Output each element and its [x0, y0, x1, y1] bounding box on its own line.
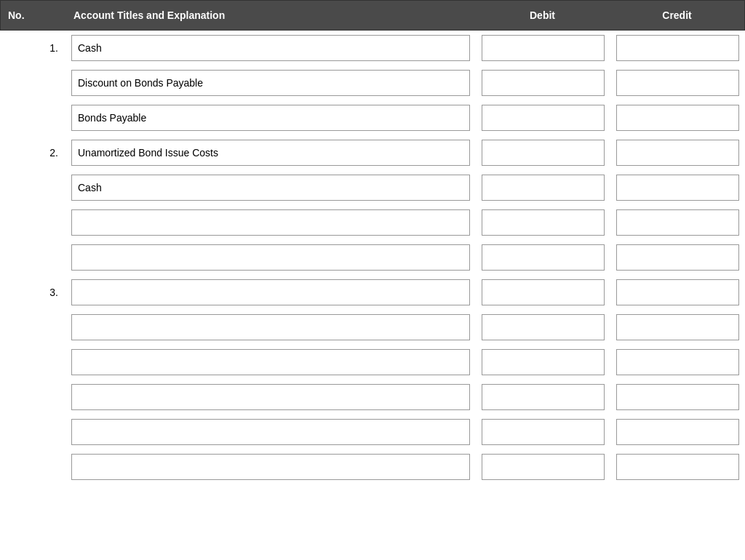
- table-row: [0, 449, 745, 484]
- account-cell: [65, 205, 476, 240]
- account-cell: [65, 31, 476, 65]
- account-cell: [65, 170, 476, 205]
- credit-input-0-0[interactable]: [616, 35, 739, 61]
- account-input-1-0[interactable]: [71, 140, 470, 166]
- journal-table: No. Account Titles and Explanation Debit…: [0, 0, 745, 484]
- account-input-2-0[interactable]: [71, 279, 470, 305]
- debit-cell: [476, 310, 610, 345]
- credit-input-2-3[interactable]: [616, 384, 739, 410]
- account-cell: [65, 65, 476, 100]
- debit-cell: [476, 170, 610, 205]
- table-row: [0, 415, 745, 449]
- account-input-1-2[interactable]: [71, 209, 470, 236]
- entry-number-3: 3.: [0, 275, 65, 310]
- header-debit: Debit: [475, 7, 610, 24]
- entry-number-3: [0, 345, 65, 380]
- debit-input-0-0[interactable]: [482, 35, 605, 61]
- credit-cell: [610, 240, 745, 275]
- table-row: [0, 240, 745, 275]
- credit-input-2-1[interactable]: [616, 314, 739, 340]
- entry-group-2: 2.: [0, 135, 745, 275]
- account-input-0-2[interactable]: [71, 105, 470, 131]
- table-row: [0, 310, 745, 345]
- credit-cell: [610, 135, 745, 170]
- credit-input-1-2[interactable]: [616, 209, 739, 236]
- debit-cell: [476, 345, 610, 380]
- credit-input-2-4[interactable]: [616, 419, 739, 445]
- account-cell: [65, 380, 476, 415]
- account-cell: [65, 310, 476, 345]
- account-input-0-0[interactable]: [71, 35, 470, 61]
- entry-number-2: 2.: [0, 135, 65, 170]
- debit-cell: [476, 415, 610, 449]
- table-row: [0, 380, 745, 415]
- header-account: Account Titles and Explanation: [66, 7, 475, 24]
- account-input-0-1[interactable]: [71, 70, 470, 96]
- credit-cell: [610, 449, 745, 484]
- credit-input-1-1[interactable]: [616, 175, 739, 201]
- table-row: [0, 100, 745, 135]
- account-input-2-4[interactable]: [71, 419, 470, 445]
- table-row: 2.: [0, 135, 745, 170]
- debit-input-2-2[interactable]: [482, 349, 605, 375]
- table-row: 1.: [0, 31, 745, 65]
- credit-input-2-0[interactable]: [616, 279, 739, 305]
- debit-input-2-4[interactable]: [482, 419, 605, 445]
- account-input-2-2[interactable]: [71, 349, 470, 375]
- credit-input-0-1[interactable]: [616, 70, 739, 96]
- account-cell: [65, 345, 476, 380]
- credit-input-2-5[interactable]: [616, 454, 739, 480]
- table-row: [0, 65, 745, 100]
- entry-number-1: [0, 100, 65, 135]
- account-input-1-1[interactable]: [71, 175, 470, 201]
- account-input-2-3[interactable]: [71, 384, 470, 410]
- account-cell: [65, 275, 476, 310]
- debit-cell: [476, 31, 610, 65]
- debit-input-0-1[interactable]: [482, 70, 605, 96]
- entry-number-1: 1.: [0, 31, 65, 65]
- credit-cell: [610, 31, 745, 65]
- credit-input-1-3[interactable]: [616, 244, 739, 271]
- header-no: No.: [1, 7, 66, 24]
- debit-input-1-3[interactable]: [482, 244, 605, 271]
- debit-cell: [476, 100, 610, 135]
- debit-input-2-1[interactable]: [482, 314, 605, 340]
- credit-cell: [610, 310, 745, 345]
- credit-cell: [610, 100, 745, 135]
- debit-input-0-2[interactable]: [482, 105, 605, 131]
- debit-input-1-0[interactable]: [482, 140, 605, 166]
- debit-cell: [476, 240, 610, 275]
- account-input-1-3[interactable]: [71, 244, 470, 271]
- entry-number-2: [0, 205, 65, 240]
- table-header: No. Account Titles and Explanation Debit…: [0, 0, 745, 31]
- header-credit: Credit: [610, 7, 744, 24]
- credit-cell: [610, 205, 745, 240]
- debit-cell: [476, 135, 610, 170]
- credit-cell: [610, 275, 745, 310]
- credit-cell: [610, 415, 745, 449]
- credit-cell: [610, 170, 745, 205]
- entry-number-2: [0, 170, 65, 205]
- table-row: 3.: [0, 275, 745, 310]
- entry-number-3: [0, 380, 65, 415]
- credit-input-0-2[interactable]: [616, 105, 739, 131]
- debit-input-2-3[interactable]: [482, 384, 605, 410]
- entry-number-3: [0, 310, 65, 345]
- debit-input-2-5[interactable]: [482, 454, 605, 480]
- debit-cell: [476, 449, 610, 484]
- debit-input-1-1[interactable]: [482, 175, 605, 201]
- credit-input-2-2[interactable]: [616, 349, 739, 375]
- debit-input-2-0[interactable]: [482, 279, 605, 305]
- entry-group-1: 1.: [0, 31, 745, 135]
- account-input-2-1[interactable]: [71, 314, 470, 340]
- credit-cell: [610, 345, 745, 380]
- table-row: [0, 205, 745, 240]
- entry-number-2: [0, 240, 65, 275]
- debit-cell: [476, 380, 610, 415]
- account-input-2-5[interactable]: [71, 454, 470, 480]
- account-cell: [65, 135, 476, 170]
- entry-number-1: [0, 65, 65, 100]
- credit-input-1-0[interactable]: [616, 140, 739, 166]
- account-cell: [65, 240, 476, 275]
- debit-input-1-2[interactable]: [482, 209, 605, 236]
